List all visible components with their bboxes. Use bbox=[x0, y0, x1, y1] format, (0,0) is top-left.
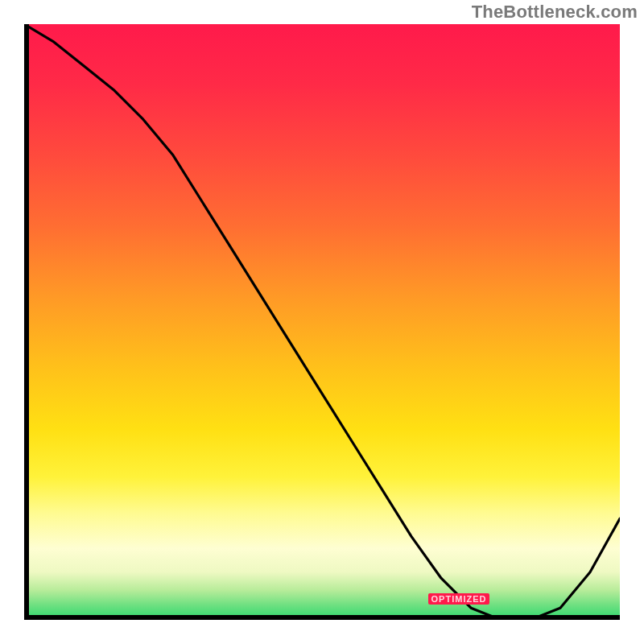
bottleneck-curve-path bbox=[24, 24, 620, 620]
bottleneck-curve-svg bbox=[24, 24, 620, 620]
watermark-text: TheBottleneck.com bbox=[472, 2, 638, 23]
plot-area: OPTIMIZED bbox=[24, 24, 620, 620]
chart-stage: TheBottleneck.com OPTIMIZED bbox=[0, 0, 644, 644]
